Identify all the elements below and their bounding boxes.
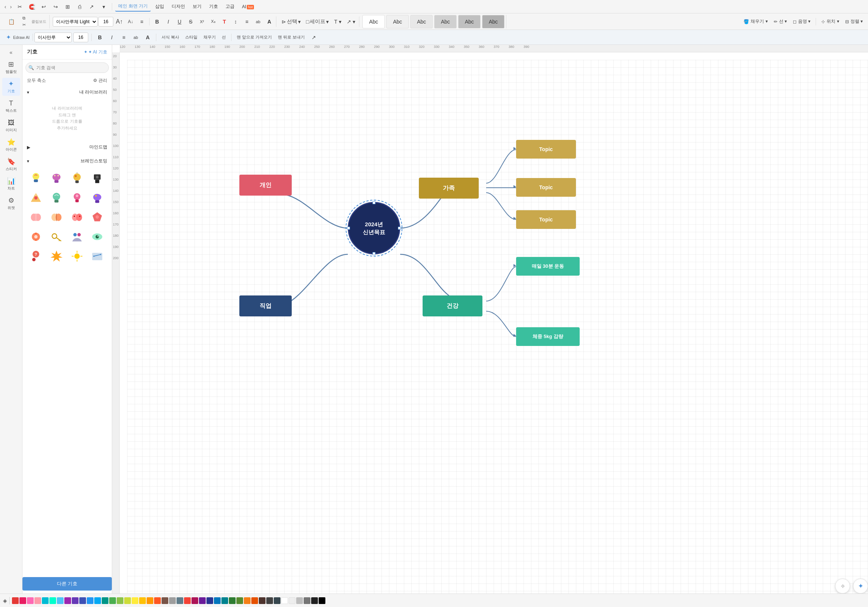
send-backward-btn[interactable]: 맨 뒤로 보내기 [276, 32, 307, 43]
tab-ai[interactable]: AIhot [239, 3, 257, 11]
personal-node[interactable]: 개인 [239, 175, 292, 196]
color-swatch-grey[interactable] [169, 597, 176, 604]
color-swatch-brown[interactable] [161, 597, 168, 604]
float-bold-btn[interactable]: B [95, 32, 105, 43]
chart-icon-2[interactable] [88, 247, 106, 265]
job-node[interactable]: 직업 [239, 296, 292, 316]
weight-node[interactable]: 체중 5kg 감량 [516, 327, 580, 346]
style-preset-4[interactable]: Abc [434, 15, 457, 28]
nav-back-btn[interactable]: ‹ [3, 2, 8, 11]
handle-left[interactable] [347, 227, 350, 230]
my-library-header[interactable]: ▾ 내 라이브러리 [27, 87, 107, 98]
italic-btn[interactable]: I [163, 17, 174, 27]
collapse-toolbar-btn[interactable]: ↗ [308, 32, 319, 43]
text-tool-btn[interactable]: T ▾ [332, 17, 344, 27]
color-swatch-grey3[interactable] [304, 597, 310, 604]
color-swatch-orange2[interactable] [251, 597, 258, 604]
color-swatch-lightblue[interactable] [94, 597, 101, 604]
arrange-btn[interactable]: ⊟ 정렬 ▾ [843, 17, 865, 27]
color-swatch-indigo[interactable] [79, 597, 86, 604]
brain-icon-12[interactable] [88, 208, 106, 226]
list-btn[interactable]: ≡ [242, 17, 252, 27]
font-name-select[interactable]: 이사만루체 Light [53, 17, 98, 26]
color-swatch-cyan[interactable] [42, 597, 49, 604]
bring-forward-btn[interactable]: 맨 앞으로 가져오기 [234, 32, 274, 43]
family-node[interactable]: 가족 [419, 178, 479, 198]
topic1-node[interactable]: Topic [516, 140, 576, 159]
brain-icon-8[interactable] [88, 189, 106, 207]
key-icon[interactable] [48, 228, 65, 246]
color-swatch-red2[interactable] [184, 597, 191, 604]
sun-icon[interactable] [68, 247, 86, 265]
format-copy-btn[interactable]: 서식 복사 [159, 32, 181, 43]
exercise-node[interactable]: 매일 30분 운동 [516, 257, 580, 276]
canvas-grid[interactable]: 2024년신년목표 개인 직업 가족 [127, 60, 868, 593]
style-preset-5[interactable]: Abc [458, 15, 480, 28]
topic2-node[interactable]: Topic [516, 178, 576, 197]
color-swatch-white[interactable] [281, 597, 288, 604]
float-font-select[interactable]: 이사만루 [34, 33, 72, 42]
redo-btn[interactable]: ↪ [51, 2, 61, 12]
explosion-icon[interactable] [48, 247, 65, 265]
color-swatch-skyblue[interactable] [57, 597, 64, 604]
tab-insert[interactable]: 삽입 [152, 2, 167, 11]
color-swatch-lightpink[interactable] [27, 597, 34, 604]
color-swatch-brown2[interactable] [259, 597, 265, 604]
gear-brain-icon[interactable] [27, 228, 45, 246]
canvas-area[interactable]: 120 130 140 150 160 170 180 190 200 210 … [112, 45, 868, 593]
cut-btn[interactable]: ✂ [19, 22, 29, 28]
color-swatch-pink[interactable] [19, 597, 26, 604]
magic-wand-fab[interactable]: ✧ [835, 579, 850, 593]
scissors-btn[interactable]: ✂ [15, 2, 25, 12]
handle-right[interactable] [398, 227, 401, 230]
sidebar-item-text[interactable]: T 텍스트 [2, 97, 20, 115]
brain-icon-11[interactable] [68, 208, 86, 226]
question-icon[interactable]: ? [27, 247, 45, 265]
collapse-all-btn[interactable]: 모두 축소 [27, 77, 46, 84]
ai-sparkle-fab[interactable]: ✦ [853, 579, 868, 593]
print-btn[interactable]: ⎙ [74, 2, 85, 12]
center-node[interactable]: 2024년신년목표 [348, 202, 400, 254]
strikethrough-btn[interactable]: S [186, 17, 196, 27]
brain-icon-5[interactable] [27, 189, 45, 207]
share-btn[interactable]: ↗ [87, 2, 97, 12]
brain-icon-4[interactable] [88, 169, 106, 187]
paste-btn[interactable]: 📋 [5, 15, 18, 28]
tab-symbol[interactable]: 기호 [206, 2, 221, 11]
eye-icon[interactable] [88, 228, 106, 246]
brainstorm-header[interactable]: ▾ 브레인스토밍 [27, 156, 107, 166]
color-swatch-salmon[interactable] [34, 597, 41, 604]
copy-btn[interactable]: ⧉ [19, 15, 29, 21]
sidebar-item-image[interactable]: 🖼 이미지 [2, 117, 20, 135]
line-style-btn[interactable]: ✏ 선 ▾ [772, 17, 789, 27]
more-symbols-btn[interactable]: 다른 기호 [22, 577, 112, 590]
color-swatch-darkgrey2[interactable] [311, 597, 318, 604]
color-swatch-red[interactable] [12, 597, 19, 604]
tab-main[interactable]: 메인 화면 가기 [115, 2, 151, 12]
float-font-size[interactable] [73, 33, 88, 42]
search-input[interactable] [25, 62, 109, 73]
tab-view[interactable]: 보기 [190, 2, 205, 11]
shape-tool-btn[interactable]: □ 세이프 ▾ [304, 17, 331, 27]
color-swatch-lightgreen2[interactable] [236, 597, 243, 604]
subscript-btn[interactable]: X₂ [208, 17, 219, 27]
color-swatch-blue[interactable] [87, 597, 93, 604]
health-node[interactable]: 건강 [423, 296, 482, 316]
style-preset-1[interactable]: Abc [363, 15, 385, 28]
color-swatch-lightgreen[interactable] [117, 597, 123, 604]
sidebar-item-template[interactable]: ⊞ 템플릿 [2, 58, 20, 76]
sidebar-item-widget[interactable]: ⚙ 위젯 [2, 195, 20, 212]
float-ab-btn[interactable]: ab [130, 32, 141, 43]
color-swatch-yellow[interactable] [132, 597, 138, 604]
tab-advanced[interactable]: 고급 [223, 2, 237, 11]
brain-icon-7[interactable] [68, 189, 86, 207]
position-btn[interactable]: ⊹ 위치 ▾ [819, 17, 841, 27]
sidebar-item-icon[interactable]: ⭐ 아이콘 [2, 136, 20, 154]
line-btn[interactable]: 선 [220, 32, 228, 43]
font-size-up-btn[interactable]: A↑ [114, 17, 124, 27]
team-icon[interactable] [68, 228, 86, 246]
manage-btn[interactable]: ⚙ 관리 [93, 77, 107, 84]
color-swatch-bluegrey2[interactable] [274, 597, 281, 604]
text-color-btn[interactable]: T [219, 17, 229, 27]
connector-tool-btn[interactable]: ↗ ▾ [344, 17, 358, 27]
